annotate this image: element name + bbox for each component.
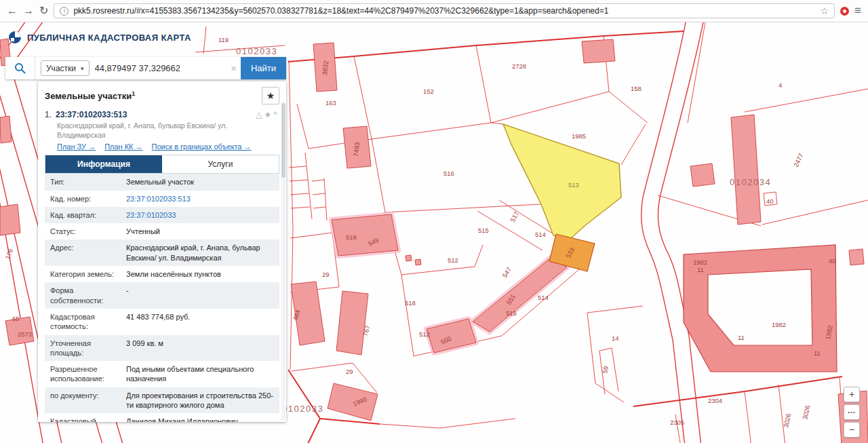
result-cadastral-number: 23:37:0102033:513 <box>56 110 127 119</box>
search-category-label: Участки <box>46 64 76 73</box>
pkk-logo-icon <box>8 31 22 44</box>
tab-services[interactable]: Услуги <box>162 155 279 173</box>
opera-extension-icon[interactable] <box>840 7 849 16</box>
map-parcel-label: 40 <box>766 197 774 205</box>
info-row: Кадастровый инженер:Данилов Михаил Иллар… <box>45 413 279 422</box>
map-more-button[interactable]: ••• <box>844 404 860 420</box>
info-row: Форма собственности:- <box>45 282 279 309</box>
map-parcel-label: 14 <box>612 334 619 342</box>
info-label: Адрес: <box>50 243 126 263</box>
info-row: Кад. квартал:23:37:0102033 <box>45 207 279 223</box>
reload-icon[interactable]: ↻ <box>39 5 48 16</box>
tab-information[interactable]: Информация <box>45 155 162 173</box>
panel-title: Земельные участки1 <box>45 90 135 101</box>
info-label: по документу: <box>50 391 126 410</box>
info-row: по документу:Для проектирования и строит… <box>45 387 279 414</box>
map-parcel-label: 4 <box>778 81 782 89</box>
map-parcel-label: 65 <box>12 315 20 322</box>
info-label: Кадастровый инженер: <box>50 417 126 422</box>
item-links: План ЗУ →План КК →Поиск в границах объек… <box>57 142 279 151</box>
map-parcel-label: 514 <box>535 231 546 238</box>
map-parcel-label: 163 <box>326 99 336 107</box>
map-parcel-label: 516 <box>443 170 454 177</box>
info-value: 3 099 кв. м <box>126 339 274 358</box>
info-value: Земли населённых пунктов <box>126 269 274 279</box>
panel-scrollbar-thumb[interactable] <box>281 103 285 178</box>
map-parcel-label: 1985 <box>572 132 586 140</box>
map-parcel-label: 515 <box>478 227 489 234</box>
back-icon[interactable]: ← <box>7 5 18 16</box>
search-bar: Участки ▾ × Найти <box>5 57 286 79</box>
favorites-button[interactable]: ★ <box>262 87 279 104</box>
app-header: ПУБЛИЧНАЯ КАДАСТРОВАЯ КАРТА <box>8 31 191 44</box>
map-controls: + ••• − <box>844 387 860 438</box>
map-parcel-label: 11 <box>697 266 704 273</box>
info-value: Краснодарский край, г. Анапа, бульвар Ев… <box>126 243 274 263</box>
item-link[interactable]: Поиск в границах объекта → <box>152 142 252 151</box>
zoom-out-button[interactable]: − <box>844 422 860 438</box>
map-parcel-label: 40 <box>829 257 836 265</box>
forward-icon[interactable]: → <box>23 5 34 16</box>
info-value: Учтенный <box>126 227 274 236</box>
info-value: Под иными объектами специального назначе… <box>126 364 274 384</box>
map-parcel-label: 518 <box>405 299 416 307</box>
map-parcel-label: 518 <box>346 233 357 241</box>
browser-menu-icon[interactable]: ≡ <box>854 4 861 18</box>
info-label: Кадастровая стоимость: <box>50 312 126 332</box>
info-row: Уточненная площадь:3 099 кв. м <box>45 335 279 362</box>
panel-header: Земельные участки1 ★ <box>38 81 286 109</box>
result-item: 1. 23:37:0102033:513 △★^ Краснодарский к… <box>38 109 286 422</box>
info-label: Разрешенное использование: <box>50 364 126 384</box>
results-count: 1 <box>132 90 135 97</box>
map-parcel-label: 1982 <box>772 321 786 328</box>
info-label: Статус: <box>50 227 126 236</box>
map-parcel-label: 512 <box>419 330 430 338</box>
info-value: - <box>126 286 274 305</box>
results-panel: Земельные участки1 ★ 1. 23:37:0102033:51… <box>38 81 286 422</box>
zoom-in-button[interactable]: + <box>844 387 860 402</box>
favorite-icon[interactable]: ★ <box>264 110 274 119</box>
find-button[interactable]: Найти <box>241 57 286 79</box>
item-link[interactable]: План КК → <box>104 142 142 151</box>
info-label: Кад. квартал: <box>50 210 126 220</box>
page-info-icon[interactable]: i <box>60 7 68 16</box>
result-address: Краснодарский край, г. Анапа, бульвар Ев… <box>57 121 230 140</box>
map-parcel-label: 158 <box>631 85 642 92</box>
result-index: 1. <box>45 110 52 119</box>
info-value: Земельный участок <box>126 177 274 187</box>
info-value-link[interactable]: 23:37:0102033:513 <box>126 194 274 204</box>
map-parcel-label: 2305 <box>670 419 684 426</box>
map-parcel-label: 2573 <box>18 330 32 338</box>
search-icon[interactable] <box>5 57 35 79</box>
info-row: Адрес:Краснодарский край, г. Анапа, буль… <box>45 239 279 266</box>
panel-scrollbar[interactable] <box>281 102 285 421</box>
tabs: Информация Услуги <box>45 155 279 174</box>
item-link[interactable]: План ЗУ → <box>57 142 96 151</box>
info-row: Кадастровая стоимость:41 483 774,68 руб. <box>45 309 279 335</box>
map-parcel-label: 0102034 <box>730 177 771 187</box>
clear-search-icon[interactable]: × <box>231 62 237 74</box>
info-label: Тип: <box>50 177 126 187</box>
map-parcel-label: 59 <box>601 366 610 374</box>
search-input[interactable] <box>90 63 231 73</box>
url-text[interactable]: pkk5.rosreestr.ru/#x=4155383.3567134235&… <box>73 6 608 16</box>
collapse-icon[interactable]: ^ <box>273 110 279 119</box>
search-category-select[interactable]: Участки ▾ <box>41 60 90 76</box>
info-row: Тип:Земельный участок <box>45 174 279 190</box>
map-parcel-label: 11 <box>738 334 745 341</box>
map-parcel-label: 152 <box>423 88 434 95</box>
info-value-link[interactable]: 23:37:0102033 <box>126 210 274 220</box>
info-table: Тип:Земельный участокКад. номер:23:37:01… <box>45 174 279 422</box>
warning-icon[interactable]: △ <box>256 110 264 119</box>
info-row: Разрешенное использование:Под иными объе… <box>45 361 279 387</box>
info-value: Для проектирования и строительства 250-т… <box>126 391 274 410</box>
map-parcel-label: 515 <box>506 309 517 317</box>
address-bar[interactable]: i pkk5.rosreestr.ru/#x=4155383.356713423… <box>54 3 835 18</box>
info-label: Форма собственности: <box>50 286 126 305</box>
bookmark-star-icon[interactable]: ☆ <box>821 5 829 16</box>
map-parcel-label: 514 <box>538 294 549 301</box>
map-parcel-label: 0102033 <box>236 46 277 56</box>
info-label: Категория земель: <box>50 269 126 279</box>
map-parcel-label: 0102033 <box>282 404 323 414</box>
info-row: Категория земель:Земли населённых пункто… <box>45 266 279 282</box>
